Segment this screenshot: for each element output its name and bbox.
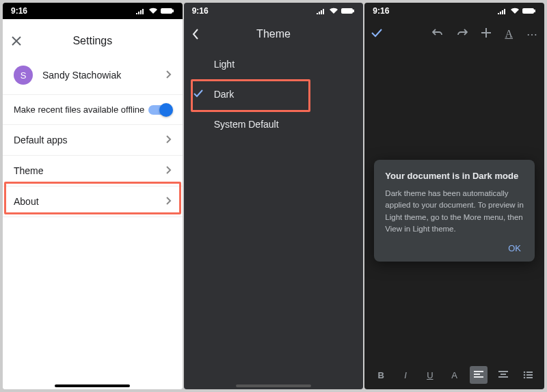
redo-icon (457, 28, 468, 38)
theme-header: Theme (184, 19, 364, 49)
editor-toolbar: A ⋯ (364, 19, 544, 49)
done-button[interactable] (371, 28, 382, 40)
theme-option-label: System Default (214, 119, 279, 130)
svg-point-6 (524, 372, 526, 374)
default-apps-row[interactable]: Default apps (3, 125, 183, 156)
close-button[interactable] (11, 36, 22, 46)
more-button[interactable]: ⋯ (526, 28, 537, 41)
svg-rect-4 (522, 8, 534, 14)
theme-option-system[interactable]: System Default (184, 109, 364, 139)
theme-title: Theme (256, 28, 291, 40)
status-icons (317, 8, 355, 14)
wifi-icon (329, 8, 338, 14)
status-icons (136, 8, 174, 14)
offline-toggle-row[interactable]: Make recent files available offline (3, 95, 183, 125)
status-bar: 9:16 (364, 3, 544, 19)
theme-row[interactable]: Theme (3, 156, 183, 186)
signal-icon (498, 8, 507, 14)
svg-point-7 (524, 374, 526, 376)
back-button[interactable] (192, 29, 199, 40)
about-label: About (14, 196, 39, 207)
dialog-ok-button[interactable]: OK (385, 235, 524, 256)
insert-button[interactable] (481, 28, 491, 40)
account-name: Sandy Stachowiak (42, 70, 121, 81)
align-center-icon (498, 371, 508, 379)
theme-option-dark[interactable]: Dark (184, 79, 364, 109)
offline-label: Make recent files available offline (14, 104, 144, 115)
align-left-button[interactable] (470, 366, 488, 384)
battery-icon (522, 8, 536, 14)
theme-option-label: Dark (214, 89, 235, 100)
settings-screen: 9:16 Settings S Sandy Stachowiak (3, 3, 183, 389)
about-row[interactable]: About (3, 186, 183, 217)
chevron-right-icon (166, 196, 172, 207)
chevron-right-icon (166, 135, 172, 145)
settings-header: Settings (3, 26, 183, 56)
wifi-icon (148, 8, 158, 14)
editor-screen: 9:16 A ⋯ Your document is in Dark mode D… (364, 3, 544, 389)
dialog-body: Dark theme has been automatically applie… (385, 188, 524, 235)
home-indicator (55, 384, 130, 387)
svg-rect-1 (172, 10, 174, 12)
dark-mode-dialog: Your document is in Dark mode Dark theme… (374, 160, 535, 262)
status-bar: 9:16 (184, 3, 364, 19)
battery-icon (341, 8, 355, 14)
account-row[interactable]: S Sandy Stachowiak (3, 56, 183, 95)
status-time: 9:16 (373, 6, 389, 16)
default-apps-label: Default apps (14, 135, 68, 145)
svg-rect-0 (161, 8, 172, 14)
chevron-right-icon (166, 165, 172, 176)
chevron-right-icon (166, 70, 172, 81)
theme-option-light[interactable]: Light (184, 49, 364, 79)
check-icon (194, 89, 203, 100)
theme-label: Theme (14, 165, 44, 176)
underline-button[interactable]: U (421, 366, 439, 384)
redo-button[interactable] (457, 28, 468, 40)
more-icon: ⋯ (526, 29, 537, 40)
bold-button[interactable]: B (372, 366, 390, 384)
dialog-title: Your document is in Dark mode (385, 171, 524, 181)
status-bar: 9:16 (3, 3, 183, 19)
offline-toggle[interactable] (148, 105, 172, 115)
undo-icon (432, 28, 443, 38)
format-bar: B I U A (364, 365, 544, 385)
theme-screen: 9:16 Theme Light Dark System Default (184, 3, 364, 389)
svg-rect-5 (534, 10, 535, 12)
text-color-button[interactable]: A (446, 366, 464, 384)
svg-rect-2 (341, 8, 353, 14)
status-icons (498, 8, 536, 14)
text-format-button[interactable]: A (505, 28, 513, 40)
wifi-icon (510, 8, 520, 14)
avatar: S (14, 66, 33, 85)
svg-point-8 (524, 377, 526, 379)
theme-option-label: Light (214, 59, 235, 70)
bullet-list-button[interactable] (519, 366, 537, 384)
settings-title: Settings (72, 35, 112, 47)
status-time: 9:16 (11, 6, 27, 16)
check-icon (371, 28, 382, 38)
undo-button[interactable] (432, 28, 443, 40)
italic-button[interactable]: I (397, 366, 414, 384)
signal-icon (317, 8, 326, 14)
list-icon (523, 371, 533, 379)
align-center-button[interactable] (494, 366, 512, 384)
svg-rect-3 (353, 10, 354, 12)
signal-icon (136, 8, 146, 14)
chevron-left-icon (192, 29, 199, 40)
home-indicator (236, 384, 311, 387)
plus-icon (481, 28, 491, 38)
align-left-icon (474, 371, 483, 379)
status-time: 9:16 (192, 6, 209, 16)
battery-icon (161, 8, 174, 14)
close-icon (11, 36, 22, 46)
text-format-icon: A (505, 28, 513, 40)
